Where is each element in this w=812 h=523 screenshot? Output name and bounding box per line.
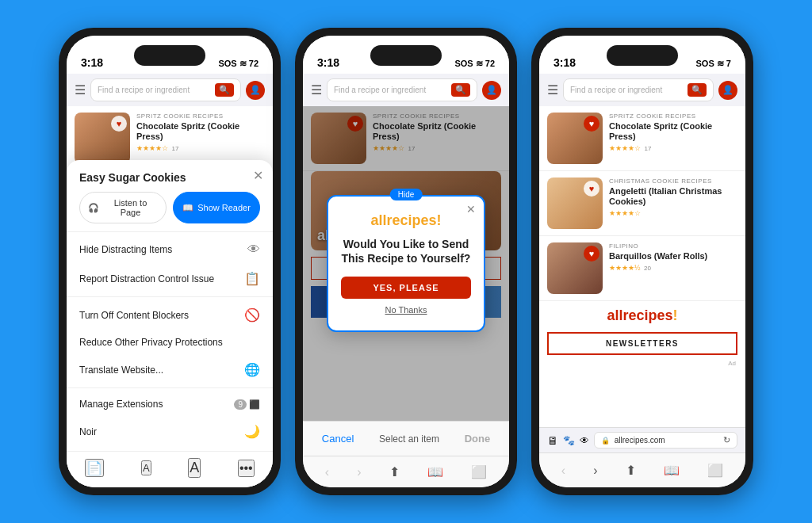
heart-btn-3-2[interactable]: ♥ — [584, 246, 599, 262]
forward-btn-3[interactable]: › — [593, 464, 597, 478]
url-text: allrecipes.com — [615, 436, 665, 445]
bookmarks-btn-3[interactable]: 📖 — [664, 463, 680, 478]
menu-section-1: Hide Distracting Items 👁 Report Distract… — [67, 232, 273, 297]
tabs-btn-2[interactable]: ⬜ — [471, 464, 487, 479]
phone2-bottom: Cancel Select an item Done — [303, 421, 509, 456]
moon-icon: 🌙 — [244, 424, 260, 439]
reader-button[interactable]: 📖 Show Reader — [173, 192, 260, 223]
avatar-1[interactable]: 👤 — [246, 81, 265, 100]
report-distraction-item[interactable]: Report Distraction Control Issue 📋 — [67, 264, 273, 293]
modal-yes-button[interactable]: YES, PLEASE — [341, 277, 471, 299]
menu-title-1: Easy Sugar Cookies — [79, 171, 260, 184]
cancel-button-2[interactable]: Cancel — [322, 433, 354, 445]
browser-bar-2: ☰ Find a recipe or ingredient 🔍 👤 — [303, 74, 509, 106]
dynamic-island-1 — [134, 45, 205, 66]
newsletter-btn-3[interactable]: NEWSLETTERS — [547, 332, 737, 355]
search-button-1[interactable]: 🔍 — [215, 83, 234, 97]
font-large-btn[interactable]: A — [188, 458, 201, 478]
hamburger-icon-1[interactable]: ☰ — [75, 82, 86, 97]
report-icon: 📋 — [244, 271, 260, 286]
extensions-icon: ⬛ — [249, 399, 260, 410]
eye-icon-3: 👁 — [580, 435, 589, 446]
recipe-item-1[interactable]: ♥ CHRISTMAS COOKIE RECIPES Angeletti (It… — [539, 171, 745, 236]
modal-no-link[interactable]: No Thanks — [341, 305, 471, 315]
hide-badge[interactable]: Hide — [390, 189, 423, 200]
heart-btn-1[interactable]: ♥ — [111, 116, 127, 132]
status-icons-3: SOS ≋ 7 — [696, 59, 731, 69]
headphones-icon: 🎧 — [88, 203, 99, 213]
privacy-item[interactable]: Reduce Other Privacy Protections — [67, 330, 273, 355]
avatar-2[interactable]: 👤 — [482, 81, 501, 100]
forward-btn-2[interactable]: › — [357, 465, 361, 479]
recipe-info-1: SPRITZ COOKIE RECIPES Chocolate Spritz (… — [136, 113, 265, 164]
noir-item[interactable]: Noir 🌙 — [67, 417, 273, 446]
phone-2: 3:18 SOS ≋ 72 ☰ Find a recipe or ingredi… — [295, 28, 517, 495]
back-btn-3[interactable]: ‹ — [561, 464, 565, 478]
url-field-3[interactable]: 🔒 allrecipes.com ↻ — [594, 432, 737, 449]
select-item-label: Select an item — [379, 433, 439, 445]
search-bar-3[interactable]: Find a recipe or ingredient 🔍 — [563, 78, 714, 101]
avatar-3[interactable]: 👤 — [718, 81, 737, 100]
share-btn-2[interactable]: ⬆ — [389, 464, 400, 479]
translate-item[interactable]: Translate Website... 🌐 — [67, 355, 273, 384]
url-bar-3: 🖥 🐾 👁 🔒 allrecipes.com ↻ — [539, 427, 745, 452]
search-placeholder-2: Find a recipe or ingredient — [334, 86, 426, 94]
recipe-thumb-3-2: ♥ — [547, 242, 603, 294]
recipe-title-1: Chocolate Spritz (Cookie Press) — [136, 121, 265, 142]
eye-icon: 👁 — [247, 242, 260, 257]
page-content-2: ♥ SPRITZ COOKIE RECIPES Chocolate Spritz… — [303, 106, 509, 421]
search-bar-2[interactable]: Find a recipe or ingredient 🔍 — [327, 78, 477, 101]
translate-icon: 🌐 — [244, 362, 260, 377]
extensions-item[interactable]: Manage Extensions 9 ⬛ — [67, 391, 273, 417]
menu-header-1: Easy Sugar Cookies 🎧 Listen to Page 📖 Sh… — [67, 160, 273, 232]
recipe-category-1: SPRITZ COOKIE RECIPES — [136, 113, 265, 120]
hamburger-icon-2[interactable]: ☰ — [311, 82, 322, 97]
status-icons-2: SOS ≋ 72 — [454, 59, 495, 69]
reader-view-btn[interactable]: 📄 — [85, 459, 104, 477]
more-btn[interactable]: ••• — [238, 460, 255, 477]
menu-section-2: Turn Off Content Blockers 🚫 Reduce Other… — [67, 297, 273, 388]
bookmarks-btn-2[interactable]: 📖 — [427, 464, 443, 479]
content-blockers-item[interactable]: Turn Off Content Blockers 🚫 — [67, 300, 273, 330]
display-icon: 🖥 — [547, 434, 558, 447]
phone3-bottom: ‹ › ⬆ 📖 ⬜ — [539, 452, 745, 487]
reader-icon: 📖 — [182, 203, 193, 213]
stars-3-2: ★★★★½ 20 — [609, 264, 737, 272]
back-btn-2[interactable]: ‹ — [325, 465, 329, 479]
page-content-1: ♥ SPRITZ COOKIE RECIPES Chocolate Spritz… — [67, 106, 273, 487]
search-button-2[interactable]: 🔍 — [451, 83, 470, 97]
listen-button[interactable]: 🎧 Listen to Page — [79, 192, 167, 223]
search-bar-1[interactable]: Find a recipe or ingredient 🔍 — [90, 78, 241, 101]
lock-icon: 🔒 — [601, 437, 610, 445]
hide-distracting-item[interactable]: Hide Distracting Items 👁 — [67, 235, 273, 264]
browser-bar-3: ☰ Find a recipe or ingredient 🔍 👤 — [539, 74, 745, 106]
recipe-title-3-2: Barquillos (Wafer Rolls) — [609, 251, 737, 262]
refresh-icon[interactable]: ↻ — [723, 435, 730, 445]
recipe-item-0[interactable]: ♥ SPRITZ COOKIE RECIPES Chocolate Spritz… — [539, 106, 745, 171]
close-icon-1[interactable]: ✕ — [253, 168, 263, 183]
search-button-3[interactable]: 🔍 — [688, 83, 707, 97]
done-button-2[interactable]: Done — [465, 433, 491, 445]
recipe-title-3-1: Angeletti (Italian Christmas Cookies) — [609, 186, 737, 207]
modal-close-icon[interactable]: ✕ — [466, 203, 476, 216]
status-time-2: 3:18 — [317, 56, 339, 69]
search-placeholder-1: Find a recipe or ingredient — [98, 86, 190, 94]
paw-icon: 🐾 — [563, 435, 575, 446]
recipe-info-3-1: CHRISTMAS COOKIE RECIPES Angeletti (Ital… — [609, 178, 737, 229]
hamburger-icon-3[interactable]: ☰ — [547, 82, 558, 97]
heart-btn-3-0[interactable]: ♥ — [584, 116, 599, 132]
tabs-btn-3[interactable]: ⬜ — [707, 463, 723, 478]
phone1-toolbar: 📄 A A ••• — [67, 451, 273, 481]
font-small-btn[interactable]: A — [141, 460, 151, 475]
menu-section-3: Manage Extensions 9 ⬛ Noir 🌙 — [67, 388, 273, 449]
dynamic-island-2 — [370, 45, 442, 66]
recipe-category-3-1: CHRISTMAS COOKIE RECIPES — [609, 178, 737, 185]
recipe-item-2[interactable]: ♥ FILIPINO Barquillos (Wafer Rolls) ★★★★… — [539, 236, 745, 301]
status-icons-1: SOS ≋ 72 — [218, 59, 259, 69]
browser-bar-1: ☰ Find a recipe or ingredient 🔍 👤 — [67, 74, 273, 106]
stars-3-1: ★★★★☆ — [609, 209, 737, 217]
modal-logo: allrecipes! — [341, 212, 471, 229]
heart-btn-3-1[interactable]: ♥ — [584, 181, 599, 197]
menu-overlay-1: ✕ Easy Sugar Cookies 🎧 Listen to Page 📖 … — [67, 160, 273, 487]
share-btn-3[interactable]: ⬆ — [626, 463, 636, 478]
